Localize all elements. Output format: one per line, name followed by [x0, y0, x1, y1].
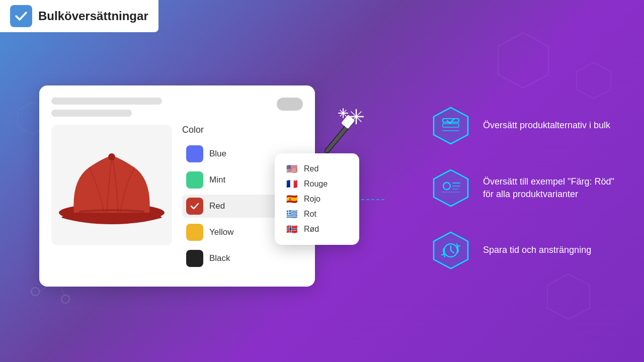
translation-text-fr: Rouge [304, 179, 328, 189]
svg-point-6 [61, 295, 69, 303]
color-swatch-mint [186, 171, 203, 189]
color-swatch-yellow [186, 224, 203, 241]
translation-text-en: Red [304, 164, 318, 173]
feature-text-bulk: Översätt produktalternativ i bulk [483, 119, 610, 132]
app-logo [10, 5, 32, 27]
flag-us: 🇺🇸 [285, 164, 299, 174]
svg-point-4 [31, 288, 39, 296]
feature-icon-time [431, 230, 471, 270]
feature-bulk: Översätt produktalternativ i bulk [431, 106, 624, 146]
svg-point-10 [108, 153, 115, 160]
svg-marker-22 [434, 108, 468, 144]
feature-icon-example [431, 168, 471, 208]
translation-text-no: Rød [304, 225, 319, 234]
color-option-black[interactable]: Black [182, 247, 303, 270]
app-title: Bulköversättningar [38, 9, 148, 23]
app-header: Bulköversättningar [0, 0, 158, 32]
product-image [51, 125, 172, 245]
svg-marker-25 [434, 170, 468, 206]
svg-marker-0 [498, 33, 548, 88]
translation-item-es: 🇪🇸 Rojo [285, 192, 349, 207]
color-label-yellow: Yellow [209, 227, 234, 237]
feature-example: Översätt till exempel "Färg: Röd" för al… [431, 168, 624, 208]
color-label-black: Black [209, 253, 230, 263]
feature-time: Spara tid och ansträngning [431, 230, 624, 270]
toggle-switch[interactable] [277, 98, 303, 111]
translation-text-es: Rojo [304, 195, 320, 204]
flag-es: 🇪🇸 [285, 194, 299, 204]
translation-popup: 🇺🇸 Red 🇫🇷 Rouge 🇪🇸 Rojo 🇬🇷 Rot 🇳🇴 Rød [275, 153, 359, 245]
flag-no: 🇳🇴 [285, 224, 299, 234]
translation-item-fr: 🇫🇷 Rouge [285, 176, 349, 192]
feature-text-time: Spara tid och ansträngning [483, 244, 591, 256]
color-label-red: Red [209, 201, 225, 211]
color-label-blue: Blue [209, 149, 226, 159]
color-section-label: Color [182, 125, 303, 135]
color-swatch-black [186, 250, 203, 267]
svg-marker-1 [577, 62, 611, 99]
color-swatch-blue [186, 145, 203, 162]
translation-item-en: 🇺🇸 Red [285, 161, 349, 176]
product-card: Color Blue Mint Red [39, 85, 315, 287]
translation-item-no: 🇳🇴 Rød [285, 222, 349, 237]
flag-fr: 🇫🇷 [285, 179, 299, 189]
skeleton-line-2 [51, 110, 132, 117]
translation-item-gr: 🇬🇷 Rot [285, 207, 349, 222]
svg-marker-2 [547, 274, 590, 319]
feature-text-example: Översätt till exempel "Färg: Röd" för al… [483, 175, 624, 201]
features-section: Översätt produktalternativ i bulk Översä… [431, 106, 624, 270]
color-label-mint: Mint [209, 175, 225, 185]
skeleton-line-1 [51, 98, 162, 105]
translation-text-gr: Rot [304, 210, 316, 219]
color-swatch-red [186, 198, 203, 215]
feature-icon-bulk [431, 106, 471, 146]
flag-gr: 🇬🇷 [285, 209, 299, 219]
